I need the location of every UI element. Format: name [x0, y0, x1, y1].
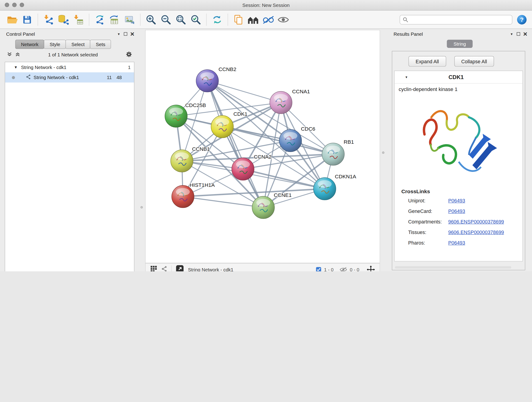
network-overview-button[interactable]	[246, 12, 261, 27]
selected-count: 1 - 0	[324, 267, 333, 271]
new-table-button[interactable]	[107, 12, 122, 27]
network-node-CCNE1[interactable]	[252, 196, 274, 219]
double-chevron-up-icon	[15, 51, 20, 57]
zoom-selected-icon	[190, 14, 201, 25]
network-node-CCNA2[interactable]	[232, 158, 254, 180]
refresh-layout-button[interactable]	[210, 12, 225, 27]
zoom-out-button[interactable]	[158, 12, 173, 27]
network-share-button[interactable]	[161, 266, 167, 271]
results-horizontal-scrollbar[interactable]	[395, 266, 511, 268]
collapse-all-networks-button[interactable]	[7, 51, 12, 58]
crosslink-label: Compartments:	[408, 219, 448, 224]
network-node-CDC25B[interactable]	[165, 105, 187, 128]
close-window-button[interactable]	[5, 3, 9, 7]
crosslink-row: GeneCard: P06493	[394, 206, 522, 216]
network-collection-row[interactable]: ▼ String Network - cdk1 1	[5, 62, 134, 72]
node-gloss-highlight	[236, 160, 250, 168]
pharos-link[interactable]: P06493	[448, 240, 465, 245]
zoom-fit-button[interactable]	[173, 12, 188, 27]
hide-graphics-details-button[interactable]	[261, 12, 276, 27]
uniprot-link[interactable]: P06493	[448, 198, 465, 203]
genecard-link[interactable]: P06493	[448, 208, 465, 214]
save-session-button[interactable]	[20, 12, 35, 27]
network-edge-CCNE1-HIST1H1A[interactable]	[183, 197, 263, 207]
copy-button[interactable]	[231, 12, 246, 27]
network-node-CDK1[interactable]	[211, 115, 234, 138]
birds-eye-view-button[interactable]	[150, 265, 157, 271]
close-panel-button[interactable]: ✕	[129, 31, 136, 37]
zoom-selected-button[interactable]	[188, 12, 203, 27]
node-gloss-highlight	[326, 146, 340, 153]
network-label: String Network - cdk1	[34, 75, 79, 80]
application-window: Session: New Session	[0, 0, 532, 271]
tab-network[interactable]: Network	[15, 40, 44, 49]
left-splitter-handle[interactable]	[140, 206, 143, 208]
expand-all-button[interactable]: Expand All	[409, 56, 446, 66]
hidden-eye-slash-icon	[340, 267, 347, 271]
gene-description: cyclin-dependent kinase 1	[394, 83, 522, 92]
panel-menu-button[interactable]: ▾	[508, 31, 515, 37]
network-edge-CCNB2-CCNA1[interactable]	[207, 81, 281, 103]
network-node-CDKN1A[interactable]	[313, 178, 336, 200]
network-canvas[interactable]: CCNB2CCNA1CDC25BCDK1CDC6RB1CCNB1CCNA2CDK…	[145, 30, 380, 263]
open-session-button[interactable]	[5, 12, 20, 27]
search-icon	[403, 17, 408, 22]
node-label-CCNB2: CCNB2	[219, 66, 236, 72]
node-count: 11	[107, 75, 112, 80]
tab-select[interactable]: Select	[66, 40, 90, 49]
collapse-all-button[interactable]: Collapse All	[454, 56, 494, 66]
export-image-button[interactable]	[122, 12, 137, 27]
search-box[interactable]	[399, 15, 512, 24]
import-network-file-button[interactable]	[41, 12, 56, 27]
network-graph[interactable]: CCNB2CCNA1CDC25BCDK1CDC6RB1CCNB1CCNA2CDK…	[146, 30, 380, 263]
panel-menu-button[interactable]: ▾	[115, 31, 122, 37]
import-network-database-button[interactable]	[56, 12, 71, 27]
help-button[interactable]: ?	[516, 14, 527, 25]
float-panel-button[interactable]	[122, 31, 129, 37]
close-panel-button[interactable]: ✕	[522, 31, 529, 37]
network-options-button[interactable]	[126, 51, 133, 58]
zoom-fit-icon	[176, 14, 186, 25]
float-panel-button[interactable]	[515, 31, 522, 37]
show-graphics-details-button[interactable]	[276, 12, 291, 27]
tissues-link[interactable]: 9606.ENSP00000378699	[448, 230, 504, 235]
zoom-window-button[interactable]	[20, 3, 24, 7]
network-node-CCNA1[interactable]	[270, 91, 292, 114]
network-row-selected[interactable]: String Network - cdk1 11 48	[5, 72, 134, 83]
node-label-CDC25B: CDC25B	[185, 102, 206, 108]
disclosure-triangle-icon[interactable]: ▼	[14, 65, 18, 69]
import-table-button[interactable]	[71, 12, 86, 27]
pan-crosshair-icon[interactable]	[367, 265, 375, 271]
tab-string[interactable]: String	[447, 40, 473, 48]
network-node-CCNB2[interactable]	[196, 70, 219, 92]
node-label-CDC6: CDC6	[301, 126, 315, 132]
collapse-gene-triangle[interactable]: ▾	[405, 75, 407, 79]
share-icon	[161, 266, 167, 271]
node-gloss-highlight	[176, 188, 190, 196]
search-input[interactable]	[408, 17, 509, 22]
detach-view-button[interactable]	[176, 265, 184, 271]
network-node-HIST1H1A[interactable]	[172, 185, 194, 208]
network-node-CDC6[interactable]	[279, 129, 302, 152]
minimize-window-button[interactable]	[12, 3, 17, 7]
zoom-in-button[interactable]	[143, 12, 158, 27]
tab-style[interactable]: Style	[44, 40, 66, 49]
tab-sets[interactable]: Sets	[90, 40, 111, 49]
network-selection-summary: 1 of 1 Network selected	[20, 52, 126, 57]
toolbar-separator	[38, 13, 38, 26]
double-chevron-down-icon	[7, 51, 12, 57]
selected-checkbox-icon[interactable]	[316, 267, 322, 271]
results-panel: Results Panel ▾ ✕ String Expand All Coll…	[391, 30, 529, 271]
compartments-link[interactable]: 9606.ENSP00000378699	[448, 219, 504, 224]
network-node-CCNB1[interactable]	[171, 150, 193, 172]
node-label-CCNA2: CCNA2	[254, 154, 272, 160]
network-view-toolbar: String Network - cdk1 1 - 0 0 - 0	[145, 263, 380, 271]
right-splitter-handle[interactable]	[382, 152, 384, 154]
expand-all-networks-button[interactable]	[15, 51, 20, 58]
overview-houses-icon	[247, 15, 260, 24]
network-node-RB1[interactable]	[322, 143, 344, 166]
toolbar-separator	[171, 265, 172, 271]
node-gloss-highlight	[283, 132, 298, 140]
network-edge-CCNB2-CCNE1[interactable]	[207, 81, 263, 208]
new-network-button[interactable]	[92, 12, 107, 27]
